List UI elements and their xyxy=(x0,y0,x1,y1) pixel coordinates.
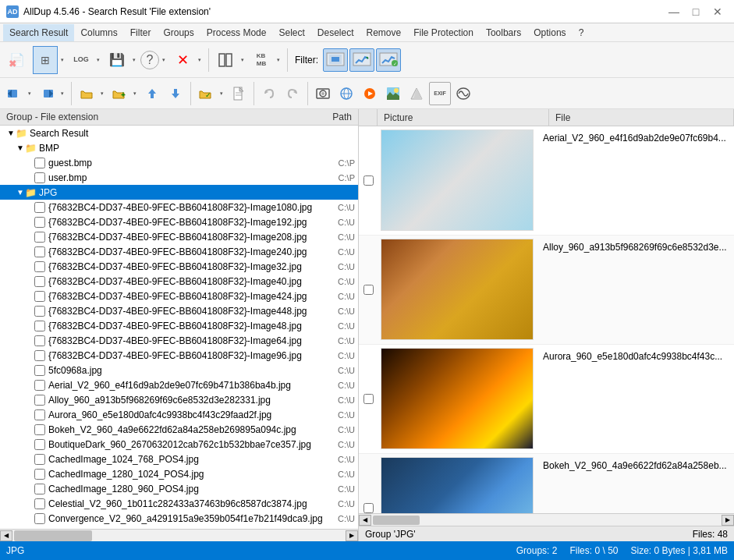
check-guest-bmp[interactable] xyxy=(34,158,45,168)
delete-button[interactable]: 📄 ✖ xyxy=(3,45,31,75)
tree-5fc[interactable]: 5fc0968a.jpg C:\U xyxy=(0,363,358,377)
tree-celestial[interactable]: Celestial_V2_960_1b011c282433a37463b96c8… xyxy=(0,496,358,511)
filter-btn-1[interactable] xyxy=(323,48,348,72)
tree-jpg[interactable]: ▼ 📁 JPG xyxy=(0,185,358,200)
open-split[interactable]: ▾ xyxy=(76,80,107,108)
kbmb-button[interactable]: KBMB xyxy=(249,46,274,74)
back-split[interactable]: ▾ xyxy=(3,80,34,108)
new-folder-button[interactable]: + xyxy=(108,82,130,105)
check-convergence[interactable] xyxy=(34,513,45,524)
tree-img1080[interactable]: {76832BC4-DD37-4BE0-9FEC-BB6041808F32}-I… xyxy=(0,200,358,214)
check-img240[interactable] xyxy=(34,246,45,257)
check-img40[interactable] xyxy=(34,276,45,287)
tree-img48[interactable]: {76832BC4-DD37-4BE0-9FEC-BB6041808F32}-I… xyxy=(0,318,358,333)
hscroll-left[interactable]: ◀ xyxy=(0,530,12,541)
check-area-bokeh[interactable] xyxy=(359,454,378,513)
forward-split[interactable]: ▾ xyxy=(36,80,67,108)
play-button[interactable] xyxy=(359,82,381,105)
upload-button[interactable] xyxy=(141,82,163,105)
tree-convergence[interactable]: Convergence_V2_960_a4291915a9e359b054f1e… xyxy=(0,511,358,526)
audio-button[interactable] xyxy=(452,82,474,105)
tree-aerial[interactable]: Aerial_V2_960_e4f16d9ab2de9e07fc69b471b3… xyxy=(0,377,358,392)
checkbox-aurora[interactable] xyxy=(363,394,374,404)
check-img1080[interactable] xyxy=(34,202,45,213)
download-button[interactable] xyxy=(165,82,186,105)
menu-toolbars[interactable]: Toolbars xyxy=(480,24,527,41)
globe-button[interactable] xyxy=(335,82,357,105)
check-user-bmp[interactable] xyxy=(34,172,45,183)
check-area-aerial[interactable] xyxy=(359,126,378,235)
minimize-button[interactable]: — xyxy=(664,3,684,20)
check-img192[interactable] xyxy=(34,217,45,228)
open-button[interactable] xyxy=(76,82,98,105)
tree-img32[interactable]: {76832BC4-DD37-4BE0-9FEC-BB6041808F32}-I… xyxy=(0,259,358,274)
left-hscroll[interactable]: ◀ ▶ xyxy=(0,529,358,541)
menu-columns[interactable]: Columns xyxy=(74,24,123,41)
open-dropdown[interactable]: ▾ xyxy=(98,80,107,108)
thumbnails-split[interactable]: ⊞ ▾ xyxy=(33,46,67,74)
new-folder-split[interactable]: + ▾ xyxy=(108,80,140,108)
tree-img40[interactable]: {76832BC4-DD37-4BE0-9FEC-BB6041808F32}-I… xyxy=(0,274,358,289)
help-dropdown[interactable]: ▾ xyxy=(159,46,168,74)
tree-boutique[interactable]: BoutiqueDark_960_2670632012cab762c1b532b… xyxy=(0,437,358,452)
hscroll-thumb[interactable] xyxy=(14,530,92,541)
tree-cached3[interactable]: CachedImage_1280_960_POS4.jpg C:\U xyxy=(0,481,358,496)
undo-button[interactable] xyxy=(258,82,280,105)
menu-deselect[interactable]: Deselect xyxy=(311,24,360,41)
checkbox-aerial[interactable] xyxy=(363,175,374,186)
clear-dropdown[interactable]: ▾ xyxy=(195,46,204,74)
check-img32[interactable] xyxy=(34,261,45,272)
tree-img64[interactable]: {76832BC4-DD37-4BE0-9FEC-BB6041808F32}-I… xyxy=(0,333,358,348)
check-bokeh[interactable] xyxy=(34,424,45,435)
clear-split[interactable]: ✕ ▾ xyxy=(170,46,204,74)
filter-btn-3[interactable]: ✓ xyxy=(376,48,401,72)
doc-button[interactable] xyxy=(228,82,250,105)
arrow-search-result[interactable]: ▼ xyxy=(6,129,16,137)
save-button[interactable]: 💾 xyxy=(105,46,129,74)
tree-img240[interactable]: {76832BC4-DD37-4BE0-9FEC-BB6041808F32}-I… xyxy=(0,244,358,259)
check-cached1[interactable] xyxy=(34,454,45,465)
check-img448[interactable] xyxy=(34,306,45,317)
photo-button[interactable] xyxy=(312,82,334,105)
forward-dropdown[interactable]: ▾ xyxy=(58,80,67,108)
check-alloy[interactable] xyxy=(34,395,45,406)
tree-img448[interactable]: {76832BC4-DD37-4BE0-9FEC-BB6041808F32}-I… xyxy=(0,303,358,318)
check-cached3[interactable] xyxy=(34,484,45,494)
help-split[interactable]: ? ▾ xyxy=(140,46,168,74)
verify-split[interactable]: ✓ ▾ xyxy=(195,80,226,108)
check-area-alloy[interactable] xyxy=(359,236,378,344)
verify-dropdown[interactable]: ▾ xyxy=(217,80,226,108)
menu-filter[interactable]: Filter xyxy=(124,24,158,41)
save-dropdown[interactable]: ▾ xyxy=(129,46,139,74)
check-img64[interactable] xyxy=(34,335,45,346)
menu-process-mode[interactable]: Process Mode xyxy=(200,24,273,41)
clear-button[interactable]: ✕ xyxy=(170,46,195,74)
tree-cached2[interactable]: CachedImage_1280_1024_POS4.jpg C:\U xyxy=(0,466,358,481)
menu-select[interactable]: Select xyxy=(272,24,310,41)
back-dropdown[interactable]: ▾ xyxy=(25,80,34,108)
columns-dropdown[interactable]: ▾ xyxy=(238,46,247,74)
menu-search-result[interactable]: Search Result xyxy=(3,24,74,41)
verify-button[interactable]: ✓ xyxy=(195,82,217,105)
kbmb-split[interactable]: KBMB ▾ xyxy=(249,46,283,74)
right-content[interactable]: Aerial_V2_960_e4f16d9ab2de9e07fc69b4... … xyxy=(359,126,734,513)
thumbnails-button[interactable]: ⊞ xyxy=(33,46,58,74)
tree-area[interactable]: ▼ 📁 Search Result ▼ 📁 BMP guest.bmp C:\P xyxy=(0,126,358,529)
check-img96[interactable] xyxy=(34,350,45,361)
columns-button[interactable] xyxy=(213,46,238,74)
tree-img96[interactable]: {76832BC4-DD37-4BE0-9FEC-BB6041808F32}-I… xyxy=(0,348,358,363)
check-area-aurora[interactable] xyxy=(359,345,378,453)
tree-search-result[interactable]: ▼ 📁 Search Result xyxy=(0,126,358,140)
menu-groups[interactable]: Groups xyxy=(157,24,200,41)
check-aurora[interactable] xyxy=(34,409,45,420)
hscroll-right[interactable]: ▶ xyxy=(346,530,358,541)
arrow-bmp[interactable]: ▼ xyxy=(16,144,25,152)
check-cached2[interactable] xyxy=(34,469,45,480)
right-hscroll[interactable]: ◀ ▶ xyxy=(359,513,734,526)
tree-bokeh[interactable]: Bokeh_V2_960_4a9e6622fd62a84a258eb269895… xyxy=(0,422,358,437)
checkbox-bokeh[interactable] xyxy=(363,503,374,513)
cone-button[interactable] xyxy=(406,82,427,105)
check-img424[interactable] xyxy=(34,291,45,302)
tree-user-bmp[interactable]: user.bmp C:\P xyxy=(0,170,358,185)
tree-guest-bmp[interactable]: guest.bmp C:\P xyxy=(0,155,358,170)
